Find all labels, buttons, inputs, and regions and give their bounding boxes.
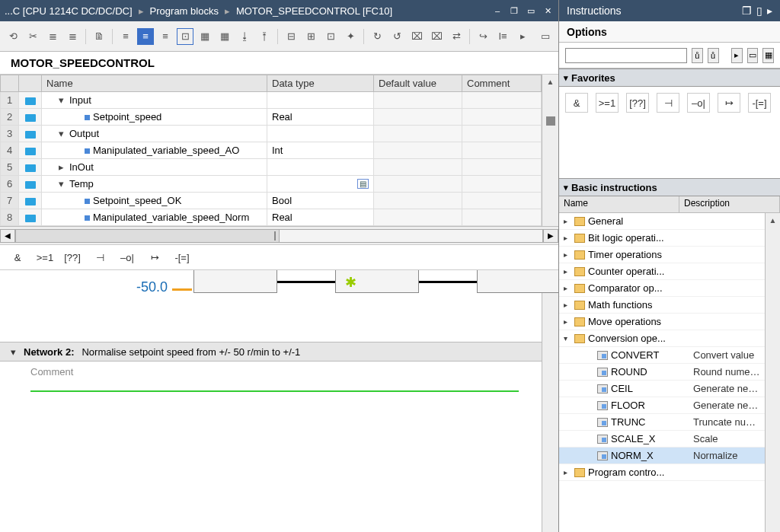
tree-folder[interactable]: ▸General: [559, 213, 765, 230]
fav-instruction[interactable]: &: [565, 93, 588, 113]
tool-btn[interactable]: ▦: [197, 28, 213, 45]
tool-btn[interactable]: ⭳: [236, 28, 253, 45]
tree-instruction[interactable]: TRUNCTruncate num...: [559, 414, 765, 431]
tree-folder[interactable]: ▸Counter operati...: [559, 263, 765, 280]
instruction-tree[interactable]: ▸General▸Bit logic operati...▸Timer oper…: [559, 213, 765, 532]
play-button[interactable]: ▸: [731, 48, 743, 63]
var-default[interactable]: [374, 159, 462, 176]
constant-value[interactable]: -50.0: [84, 279, 168, 295]
tool-btn[interactable]: ⇄: [448, 28, 465, 45]
panel-button[interactable]: ❐: [742, 5, 752, 17]
tool-btn[interactable]: ⊡: [322, 28, 339, 45]
tree-folder[interactable]: ▸Bit logic operati...: [559, 230, 765, 247]
fav-instruction[interactable]: [??]: [62, 249, 82, 266]
tool-btn[interactable]: ↺: [388, 28, 405, 45]
tree-folder[interactable]: ▸Program contro...: [559, 464, 765, 481]
window-restore-button[interactable]: ❐: [508, 5, 520, 16]
tool-btn[interactable]: ↻: [369, 28, 385, 45]
tree-instruction[interactable]: CONVERTConvert value: [559, 347, 765, 364]
iface-hscroll[interactable]: ◀ ▶: [0, 226, 558, 244]
fav-instruction[interactable]: ↦: [145, 249, 165, 266]
tool-btn[interactable]: ▭: [537, 28, 554, 45]
splitter-icon[interactable]: [546, 116, 555, 126]
tree-folder[interactable]: ▸Math functions: [559, 297, 765, 314]
scroll-up-icon[interactable]: ▲: [547, 78, 555, 86]
instruction-filter-input[interactable]: [565, 48, 687, 63]
tool-btn[interactable]: I≡: [494, 28, 511, 45]
var-default[interactable]: [374, 126, 462, 142]
col-comment[interactable]: Comment: [462, 75, 542, 92]
tool-btn[interactable]: ⌧: [408, 28, 425, 45]
tool-btn[interactable]: ⌧: [428, 28, 445, 45]
var-default[interactable]: [374, 209, 462, 226]
fav-instruction[interactable]: &: [8, 249, 27, 266]
fav-instruction[interactable]: [??]: [626, 93, 649, 113]
tree-instruction[interactable]: ROUNDRound numeri...: [559, 364, 765, 381]
network-comment[interactable]: Comment: [30, 366, 73, 377]
tool-btn[interactable]: ⭱: [256, 28, 273, 45]
tree-col-name[interactable]: Name: [559, 196, 679, 212]
fbd-box[interactable]: ✱: [335, 270, 419, 293]
tree-folder[interactable]: ▸Move operations: [559, 314, 765, 330]
tool-btn[interactable]: ▸: [514, 28, 531, 45]
col-name[interactable]: Name: [42, 75, 267, 92]
tool-btn[interactable]: ≣: [44, 28, 61, 45]
tree-folder[interactable]: ▸Comparator op...: [559, 280, 765, 297]
tool-btn[interactable]: ✦: [342, 28, 359, 45]
var-comment[interactable]: [462, 209, 542, 226]
tree-folder[interactable]: ▾Conversion ope...: [559, 330, 765, 347]
var-type[interactable]: Real: [267, 109, 374, 126]
window-close-button[interactable]: ✕: [542, 5, 554, 16]
fav-instruction[interactable]: -[=]: [172, 249, 192, 266]
iface-row[interactable]: 2Setpoint_speedReal: [1, 109, 542, 126]
fav-instruction[interactable]: –o|: [117, 249, 137, 266]
tree-col-desc[interactable]: Description: [679, 196, 780, 212]
filter-button[interactable]: ů: [708, 48, 719, 63]
fav-instruction[interactable]: >=1: [35, 249, 55, 266]
var-comment[interactable]: [462, 193, 542, 209]
tool-btn[interactable]: ▦: [216, 28, 233, 45]
filter-button[interactable]: ů: [692, 48, 703, 63]
iface-row[interactable]: 6▾Temp▤: [1, 176, 542, 193]
scroll-up-icon[interactable]: ▲: [766, 213, 780, 225]
var-default[interactable]: [374, 92, 462, 109]
fav-instruction[interactable]: >=1: [596, 93, 619, 113]
fav-instruction[interactable]: ⊣: [90, 249, 110, 266]
fav-instruction[interactable]: –o|: [687, 93, 710, 113]
col-datatype[interactable]: Data type: [267, 75, 374, 92]
tool-btn[interactable]: ⊡: [177, 28, 193, 45]
scroll-right-button[interactable]: ▶: [543, 229, 558, 243]
tree-instruction[interactable]: NORM_XNormalize: [559, 448, 765, 464]
tool-btn[interactable]: ↪: [475, 28, 491, 45]
tool-btn[interactable]: ⊞: [302, 28, 319, 45]
var-default[interactable]: [374, 142, 462, 159]
grid-button[interactable]: ▦: [762, 48, 774, 63]
var-type[interactable]: Bool: [267, 193, 374, 209]
tool-btn[interactable]: ≡: [137, 28, 154, 45]
var-comment[interactable]: [462, 142, 542, 159]
scroll-left-button[interactable]: ◀: [0, 229, 15, 243]
panel-collapse-button[interactable]: ▸: [767, 5, 772, 17]
var-default[interactable]: [374, 193, 462, 209]
var-comment[interactable]: [462, 92, 542, 109]
tool-btn[interactable]: ⊟: [283, 28, 299, 45]
col-default[interactable]: Default value: [374, 75, 462, 92]
fav-instruction[interactable]: ↦: [718, 93, 740, 113]
window-minimize-button[interactable]: –: [491, 5, 503, 16]
fbd-box[interactable]: [193, 270, 277, 293]
iface-row[interactable]: 1▾Input: [1, 92, 542, 109]
iface-row[interactable]: 7Setpoint_speed_OKBool: [1, 193, 542, 209]
var-default[interactable]: [374, 109, 462, 126]
fav-instruction[interactable]: ⊣: [657, 93, 679, 113]
iface-row[interactable]: 5▸InOut: [1, 159, 542, 176]
var-type[interactable]: Real: [267, 209, 374, 226]
iface-row[interactable]: 3▾Output: [1, 126, 542, 142]
network-canvas[interactable]: -50.0 IN2 ✱ ▾ Network 2: Normalise setpo…: [0, 270, 542, 532]
iface-row[interactable]: 4Manipulated_variable_speed_AOInt: [1, 142, 542, 159]
tool-btn[interactable]: ≡: [157, 28, 174, 45]
var-type[interactable]: Int: [267, 142, 374, 159]
var-type[interactable]: [267, 159, 374, 176]
var-type[interactable]: [267, 92, 374, 109]
tool-btn[interactable]: ✂: [24, 28, 41, 45]
canvas-scrollbar[interactable]: ▲: [542, 270, 558, 532]
